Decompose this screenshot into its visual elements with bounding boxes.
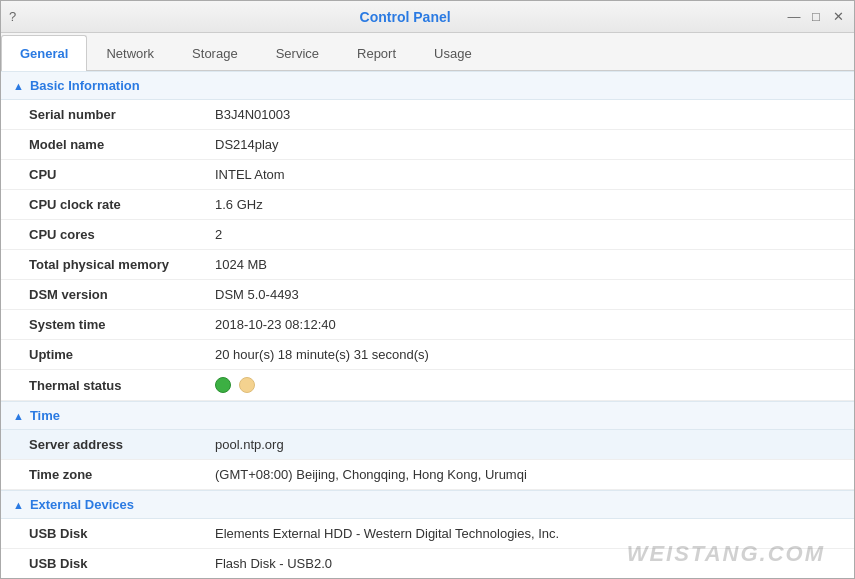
row-label: Serial number [1, 100, 201, 130]
row-value: 1024 MB [201, 250, 854, 280]
row-label: CPU cores [1, 220, 201, 250]
table-row: CPU clock rate 1.6 GHz [1, 190, 854, 220]
maximize-button[interactable]: □ [808, 9, 824, 24]
row-value: B3J4N01003 [201, 100, 854, 130]
row-value: DSM 5.0-4493 [201, 280, 854, 310]
tab-usage[interactable]: Usage [415, 35, 491, 71]
row-value: Flash Disk - USB2.0 [201, 549, 854, 579]
section-time-label: Time [30, 408, 60, 423]
tab-network[interactable]: Network [87, 35, 173, 71]
row-value: pool.ntp.org [201, 430, 854, 460]
minimize-button[interactable]: — [786, 9, 802, 24]
table-row: CPU cores 2 [1, 220, 854, 250]
table-row: Total physical memory 1024 MB [1, 250, 854, 280]
row-value: (GMT+08:00) Beijing, Chongqing, Hong Kon… [201, 460, 854, 490]
section-basic-info-header[interactable]: ▲ Basic Information [1, 71, 854, 100]
row-label: Total physical memory [1, 250, 201, 280]
table-row: System time 2018-10-23 08:12:40 [1, 310, 854, 340]
basic-info-table: Serial number B3J4N01003 Model name DS21… [1, 100, 854, 401]
section-time-header[interactable]: ▲ Time [1, 401, 854, 430]
row-label: CPU [1, 160, 201, 190]
row-value: INTEL Atom [201, 160, 854, 190]
help-icon[interactable]: ? [9, 9, 16, 24]
thermal-indicators [215, 377, 840, 393]
content-area: ▲ Basic Information Serial number B3J4N0… [1, 71, 854, 578]
window-controls: — □ ✕ [786, 9, 846, 24]
row-label: DSM version [1, 280, 201, 310]
row-label: Server address [1, 430, 201, 460]
row-value: 2018-10-23 08:12:40 [201, 310, 854, 340]
row-value: 1.6 GHz [201, 190, 854, 220]
window-title: Control Panel [24, 9, 786, 25]
row-label: Uptime [1, 340, 201, 370]
table-row: DSM version DSM 5.0-4493 [1, 280, 854, 310]
table-row: Uptime 20 hour(s) 18 minute(s) 31 second… [1, 340, 854, 370]
close-button[interactable]: ✕ [830, 9, 846, 24]
row-label: CPU clock rate [1, 190, 201, 220]
thermal-green-dot [215, 377, 231, 393]
row-label: Model name [1, 130, 201, 160]
table-row-thermal: Thermal status [1, 370, 854, 401]
table-row: CPU INTEL Atom [1, 160, 854, 190]
tab-storage[interactable]: Storage [173, 35, 257, 71]
thermal-orange-dot [239, 377, 255, 393]
section-basic-info-label: Basic Information [30, 78, 140, 93]
tab-general[interactable]: General [1, 35, 87, 71]
tabs-bar: General Network Storage Service Report U… [1, 33, 854, 71]
collapse-basic-info-icon[interactable]: ▲ [13, 80, 24, 92]
table-row: Serial number B3J4N01003 [1, 100, 854, 130]
section-external-devices-header[interactable]: ▲ External Devices [1, 490, 854, 519]
table-row: Time zone (GMT+08:00) Beijing, Chongqing… [1, 460, 854, 490]
row-label: Time zone [1, 460, 201, 490]
time-table: Server address pool.ntp.org Time zone (G… [1, 430, 854, 490]
title-bar: ? Control Panel — □ ✕ [1, 1, 854, 33]
tab-service[interactable]: Service [257, 35, 338, 71]
table-row: Model name DS214play [1, 130, 854, 160]
collapse-external-devices-icon[interactable]: ▲ [13, 499, 24, 511]
collapse-time-icon[interactable]: ▲ [13, 410, 24, 422]
tab-report[interactable]: Report [338, 35, 415, 71]
section-external-devices-label: External Devices [30, 497, 134, 512]
external-devices-table: USB Disk Elements External HDD - Western… [1, 519, 854, 578]
row-label: USB Disk [1, 519, 201, 549]
row-label: System time [1, 310, 201, 340]
row-label: USB Disk [1, 549, 201, 579]
row-value: Elements External HDD - Western Digital … [201, 519, 854, 549]
table-row: USB Disk Elements External HDD - Western… [1, 519, 854, 549]
row-label-thermal: Thermal status [1, 370, 201, 401]
row-value-thermal [201, 370, 854, 401]
row-value: 20 hour(s) 18 minute(s) 31 second(s) [201, 340, 854, 370]
row-value: 2 [201, 220, 854, 250]
table-row: USB Disk Flash Disk - USB2.0 [1, 549, 854, 579]
table-row: Server address pool.ntp.org [1, 430, 854, 460]
row-value: DS214play [201, 130, 854, 160]
